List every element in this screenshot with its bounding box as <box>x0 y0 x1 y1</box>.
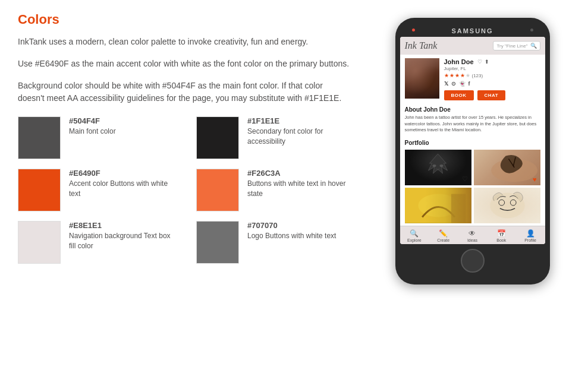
heart-icon[interactable]: ♡ <box>477 59 482 65</box>
sketch-tattoo-image <box>474 188 540 223</box>
color-item: #F26C3AButtons with white text in hover … <box>196 169 351 211</box>
description-3: Background color should be white with #5… <box>18 80 351 105</box>
book-icon: 📅 <box>497 229 506 238</box>
color-hex: #E8E1E1 <box>69 221 172 230</box>
profile-label: Profile <box>524 238 536 242</box>
portfolio-grid: ♡ ♥ <box>405 150 540 223</box>
color-swatch <box>196 221 239 264</box>
color-desc: Main font color <box>69 127 116 137</box>
profile-action-icons: ♡ ⬆ <box>477 59 489 65</box>
profile-icon: 👤 <box>526 229 535 238</box>
portfolio-section: Portfolio ♡ <box>400 137 545 226</box>
color-swatch <box>18 116 61 159</box>
color-item: #504F4FMain font color <box>18 116 172 159</box>
color-swatch <box>18 221 61 264</box>
left-panel: Colors InkTank uses a modern, clean colo… <box>18 12 351 380</box>
nav-profile[interactable]: 👤 Profile <box>516 226 545 244</box>
app-logo: Ink Tank <box>405 40 438 51</box>
portfolio-title: Portfolio <box>405 140 540 146</box>
color-hex: #F26C3A <box>247 169 351 178</box>
app-header: Ink Tank Try "Fine Line" 🔍 <box>400 37 545 55</box>
svg-rect-9 <box>451 194 465 223</box>
right-panel: SAMSUNG Ink Tank Try "Fine Line" 🔍 Jo <box>375 12 570 380</box>
phone-screen: Ink Tank Try "Fine Line" 🔍 John Doe ♡ <box>400 37 545 244</box>
portfolio-item-wolf[interactable]: ♡ <box>405 150 471 185</box>
search-icon: 🔍 <box>530 43 537 49</box>
svg-rect-7 <box>405 188 471 222</box>
svg-marker-0 <box>428 154 447 173</box>
star-2: ★ <box>449 72 454 78</box>
profile-info: John Doe ♡ ⬆ Jupiter, FL ★ ★ ★ ★ ★ (123) <box>444 58 540 100</box>
instagram-icon[interactable]: ⊙ <box>451 81 456 87</box>
profile-location: Jupiter, FL <box>444 66 540 71</box>
color-hex: #1F1E1E <box>247 116 351 125</box>
color-desc: Secondary font color for accessibility <box>247 127 351 147</box>
facebook-icon[interactable]: f <box>468 81 470 87</box>
twitter-icon[interactable]: 𝕏 <box>444 81 448 87</box>
color-desc: Logo Buttons with white text <box>247 231 336 241</box>
star-5: ★ <box>466 72 470 78</box>
share-icon[interactable]: ⬆ <box>485 59 489 65</box>
description-1: InkTank uses a modern, clean color palet… <box>18 36 351 48</box>
search-placeholder: Try "Fine Line" <box>496 43 527 49</box>
color-desc: Navigation background Text box fill colo… <box>69 231 172 251</box>
star-3: ★ <box>455 72 460 78</box>
star-1: ★ <box>444 72 449 78</box>
svg-point-8 <box>418 194 458 217</box>
nav-book[interactable]: 📅 Book <box>487 226 516 244</box>
profile-name-row: John Doe ♡ ⬆ <box>444 58 540 65</box>
phone-home-button[interactable] <box>461 249 485 273</box>
arm-heart-icon[interactable]: ♥ <box>533 176 537 183</box>
description-2: Use #E6490F as the main accent color wit… <box>18 58 351 70</box>
profile-stars: ★ ★ ★ ★ ★ (123) <box>444 72 540 78</box>
star-4: ★ <box>460 72 465 78</box>
wolf-heart-icon[interactable]: ♡ <box>462 175 468 183</box>
profile-photo <box>405 58 439 99</box>
color-desc: Buttons with white text in hover state <box>247 179 351 199</box>
color-grid: #504F4FMain font color#1F1E1ESecondary f… <box>18 116 351 264</box>
nav-ideas[interactable]: 👁 Ideas <box>458 226 487 244</box>
color-item: #1F1E1ESecondary font color for accessib… <box>196 116 351 159</box>
speaker-dot <box>530 29 533 31</box>
ideas-icon: 👁 <box>468 229 476 238</box>
profile-name: John Doe <box>444 58 474 65</box>
create-icon: ✏️ <box>439 229 448 238</box>
color-hex: #E6490F <box>69 169 172 178</box>
social-icons: 𝕏 ⊙ 👻 f <box>444 81 540 87</box>
portfolio-item-color[interactable] <box>405 188 471 223</box>
color-swatch <box>196 116 239 159</box>
book-nav-label: Book <box>496 238 506 242</box>
chat-button[interactable]: CHAT <box>477 90 506 100</box>
nav-explore[interactable]: 🔍 Explore <box>400 226 429 244</box>
review-count: (123) <box>472 73 483 78</box>
color-swatch <box>196 169 239 211</box>
color-tattoo-image <box>405 188 471 223</box>
color-item: #707070Logo Buttons with white text <box>196 221 351 264</box>
create-label: Create <box>437 238 449 242</box>
svg-point-1 <box>432 165 436 167</box>
phone-frame: SAMSUNG Ink Tank Try "Fine Line" 🔍 Jo <box>395 18 550 284</box>
color-info: #E6490FAccent color Buttons with white t… <box>69 169 172 199</box>
snapchat-icon[interactable]: 👻 <box>459 81 466 87</box>
about-text: John has been a tattoo artist for over 1… <box>405 115 540 134</box>
search-bar[interactable]: Try "Fine Line" 🔍 <box>493 41 540 50</box>
explore-label: Explore <box>407 238 422 242</box>
profile-section: John Doe ♡ ⬆ Jupiter, FL ★ ★ ★ ★ ★ (123) <box>400 55 545 104</box>
color-item: #E6490FAccent color Buttons with white t… <box>18 169 172 211</box>
ideas-label: Ideas <box>467 238 477 242</box>
bottom-nav: 🔍 Explore ✏️ Create 👁 Ideas 📅 Book 👤 <box>400 226 545 244</box>
color-info: #504F4FMain font color <box>69 116 116 137</box>
nav-create[interactable]: ✏️ Create <box>429 226 458 244</box>
color-info: #F26C3AButtons with white text in hover … <box>247 169 351 199</box>
portfolio-item-arm[interactable]: ♥ <box>474 150 540 185</box>
portfolio-item-sketch[interactable] <box>474 188 540 223</box>
color-info: #E8E1E1Navigation background Text box fi… <box>69 221 172 251</box>
book-button[interactable]: BOOK <box>444 90 474 100</box>
color-info: #1F1E1ESecondary font color for accessib… <box>247 116 351 147</box>
color-hex: #504F4F <box>69 116 116 125</box>
about-section: About John Doe John has been a tattoo ar… <box>400 104 545 137</box>
color-info: #707070Logo Buttons with white text <box>247 221 336 241</box>
phone-top-bar: SAMSUNG <box>400 24 545 37</box>
color-desc: Accent color Buttons with white text <box>69 179 172 199</box>
about-title: About John Doe <box>405 106 540 113</box>
